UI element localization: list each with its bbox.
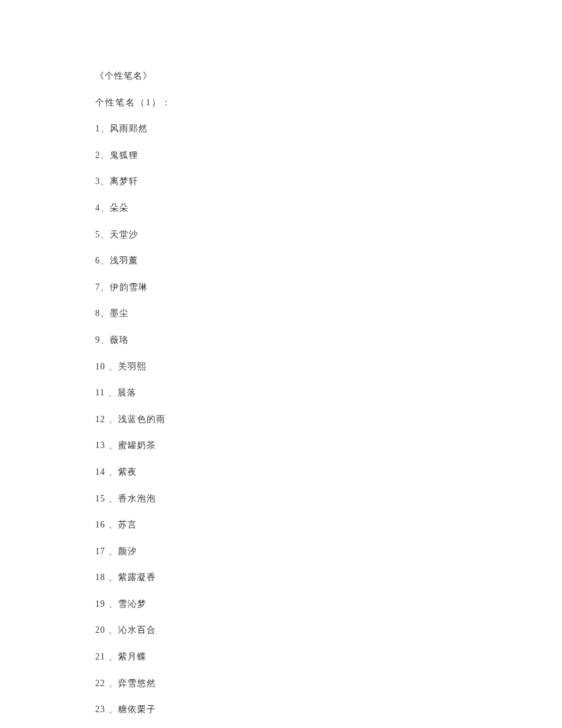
list-item: 12 、浅蓝色的雨: [95, 413, 467, 426]
list-item: 15 、香水泡泡: [95, 493, 467, 505]
list-item: 19 、雪沁梦: [95, 598, 467, 611]
list-item: 2、鬼狐狸: [95, 149, 467, 162]
list-item: 8、墨尘: [95, 307, 467, 320]
section-subtitle: 个性笔名（1）：: [95, 96, 467, 109]
list-item: 10 、关羽熙: [95, 361, 467, 373]
list-item: 20 、沁水百合: [95, 624, 467, 637]
list-item: 4、朵朵: [95, 202, 467, 215]
list-item: 6、浅羽薰: [95, 255, 467, 267]
list-item: 3、离梦轩: [95, 175, 467, 188]
list-item: 16 、苏言: [95, 519, 467, 531]
list-item: 21 、紫月蝶: [95, 651, 467, 663]
list-item: 11 、晨落: [95, 387, 467, 399]
list-item: 22 、弈雪悠然: [95, 677, 467, 690]
list-item: 17 、颜汐: [95, 545, 467, 558]
list-item: 9、薇珞: [95, 334, 467, 347]
list-item: 13 、蜜罐奶茶: [95, 439, 467, 452]
list-item: 14 、紫夜: [95, 466, 467, 479]
list-item: 18 、紫露凝香: [95, 571, 467, 584]
list-item: 1、风雨郢然: [95, 122, 467, 135]
document-title: 《个性笔名》: [95, 70, 467, 83]
list-item: 7、伊韵雪琳: [95, 281, 467, 294]
list-item: 5、天堂沙: [95, 228, 467, 241]
list-item: 23 、糖依栗子: [95, 703, 467, 716]
